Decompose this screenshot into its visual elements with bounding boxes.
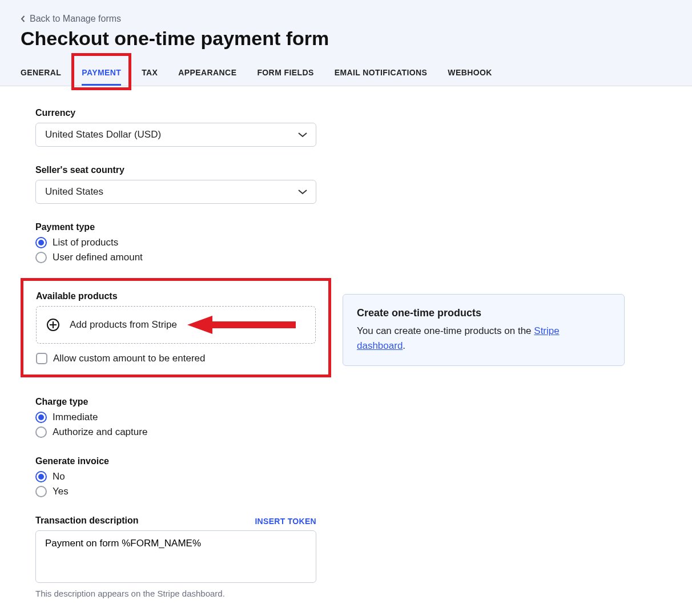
transaction-description-helper: This description appears on the Stripe d… — [35, 589, 316, 598]
add-products-button[interactable]: Add products from Stripe — [36, 306, 316, 344]
annotation-arrow-icon — [187, 313, 296, 336]
tab-appearance[interactable]: APPEARANCE — [178, 60, 236, 86]
tabs: GENERAL PAYMENT TAX APPEARANCE FORM FIEL… — [21, 60, 671, 86]
seat-country-select[interactable]: United States — [35, 180, 316, 204]
checkbox-label: Allow custom amount to be entered — [53, 353, 205, 364]
radio-label: User defined amount — [53, 252, 143, 263]
allow-custom-amount-checkbox[interactable]: Allow custom amount to be entered — [36, 353, 316, 364]
charge-type-option-auth[interactable]: Authorize and capture — [35, 426, 316, 438]
charge-type-option-immediate[interactable]: Immediate — [35, 412, 316, 423]
info-panel: Create one-time products You can create … — [343, 294, 625, 366]
checkbox-icon — [36, 353, 47, 364]
radio-label: No — [53, 471, 65, 482]
seat-country-value: United States — [45, 186, 103, 198]
payment-type-option-list[interactable]: List of products — [35, 237, 316, 248]
chevron-down-icon — [297, 188, 308, 195]
currency-select[interactable]: United States Dollar (USD) — [35, 123, 316, 147]
tab-payment[interactable]: PAYMENT — [82, 60, 121, 86]
radio-icon — [35, 486, 47, 497]
radio-icon — [35, 426, 47, 438]
charge-type-label: Charge type — [35, 397, 316, 407]
info-title: Create one-time products — [357, 307, 610, 319]
radio-label: Authorize and capture — [53, 426, 147, 438]
chevron-left-icon — [21, 15, 25, 22]
radio-icon — [35, 252, 47, 263]
invoice-option-yes[interactable]: Yes — [35, 486, 316, 497]
radio-label: Yes — [53, 486, 69, 497]
radio-icon — [35, 471, 47, 482]
radio-label: List of products — [53, 237, 118, 248]
chevron-down-icon — [297, 131, 308, 138]
currency-value: United States Dollar (USD) — [45, 129, 161, 140]
payment-type-option-user[interactable]: User defined amount — [35, 252, 316, 263]
insert-token-button[interactable]: INSERT TOKEN — [255, 517, 316, 526]
radio-label: Immediate — [53, 412, 98, 423]
tab-webhook[interactable]: WEBHOOK — [448, 60, 492, 86]
tab-general[interactable]: GENERAL — [21, 60, 61, 86]
svg-marker-0 — [187, 316, 296, 334]
back-link[interactable]: Back to Manage forms — [21, 14, 121, 24]
payment-type-label: Payment type — [35, 222, 316, 232]
plus-circle-icon — [47, 319, 59, 331]
radio-icon — [35, 412, 47, 423]
available-products-label: Available products — [36, 291, 316, 301]
page-title: Checkout one-time payment form — [21, 27, 671, 50]
generate-invoice-label: Generate invoice — [35, 456, 316, 466]
seat-country-label: Seller's seat country — [35, 165, 316, 175]
back-label: Back to Manage forms — [30, 14, 121, 24]
invoice-option-no[interactable]: No — [35, 471, 316, 482]
radio-icon — [35, 237, 47, 248]
add-products-label: Add products from Stripe — [70, 319, 177, 331]
info-text: You can create one-time products on the … — [357, 324, 610, 353]
transaction-description-input[interactable]: Payment on form %FORM_NAME% — [35, 530, 316, 583]
tab-form-fields[interactable]: FORM FIELDS — [257, 60, 313, 86]
annotation-products-highlight: Available products Add products from Str… — [21, 278, 331, 377]
tab-email-notifications[interactable]: EMAIL NOTIFICATIONS — [335, 60, 428, 86]
transaction-description-label: Transaction description — [35, 516, 138, 526]
tab-tax[interactable]: TAX — [142, 60, 158, 86]
currency-label: Currency — [35, 108, 316, 118]
